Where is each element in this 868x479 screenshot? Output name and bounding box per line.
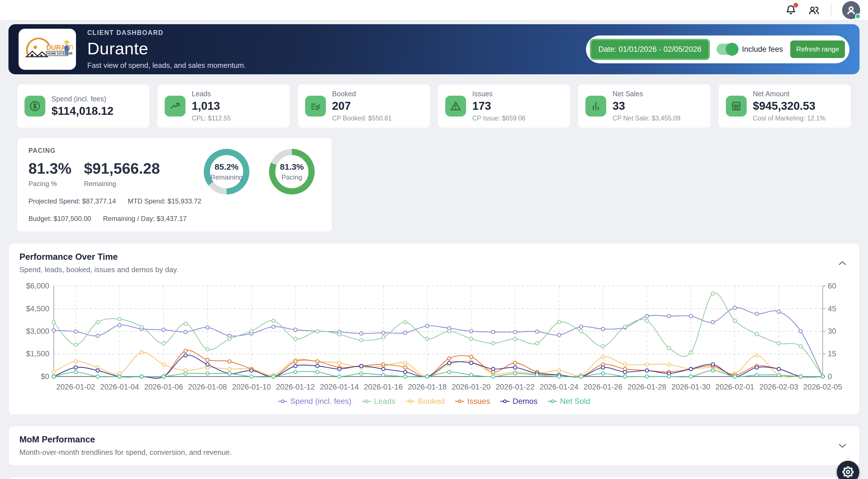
kpi-subtext: Cost of Marketing: 12.1% — [753, 115, 826, 122]
kpi-subtext: CP Net Sale: $3,455.09 — [613, 115, 680, 122]
online-status-dot — [855, 13, 861, 19]
svg-text:$4,500: $4,500 — [26, 305, 49, 313]
date-range-button[interactable]: Date: 01/01/2026 - 02/05/2026 — [590, 39, 709, 59]
kpi-label: Issues — [472, 90, 525, 98]
avatar[interactable] — [842, 1, 860, 19]
legend-item-booked[interactable]: Booked — [406, 397, 445, 406]
chevron-up-icon — [839, 261, 846, 265]
mtd-spend: MTD Spend: $15,933.72 — [128, 197, 202, 205]
alert-triangle-icon — [445, 96, 466, 117]
kpi-value: $945,320.53 — [753, 100, 826, 112]
svg-text:2026-01-14: 2026-01-14 — [320, 383, 359, 391]
legend-item-leads[interactable]: Leads — [362, 397, 396, 406]
users-button[interactable] — [808, 4, 820, 16]
svg-text:$0: $0 — [41, 372, 49, 381]
pacing-percent-label: Pacing % — [28, 180, 71, 188]
client-header: DURANTE HOME EXTERIORS CLIENT DASHBOARD … — [8, 24, 860, 74]
svg-text:2026-01-26: 2026-01-26 — [584, 383, 622, 391]
donut-pacing: 81.3%Pacing — [267, 147, 317, 196]
performance-subtitle: Spend, leads, booked, issues and demos b… — [20, 265, 179, 274]
svg-text:2026-01-12: 2026-01-12 — [276, 383, 315, 391]
kpi-label: Spend (incl. fees) — [52, 95, 114, 103]
svg-text:HOME EXTERIORS: HOME EXTERIORS — [47, 52, 73, 55]
donut-remaining: 85.2%Remaining — [202, 147, 251, 196]
legend-label: Leads — [374, 397, 396, 406]
svg-text:2026-01-08: 2026-01-08 — [188, 383, 227, 391]
legend-item-spend-incl-fees[interactable]: Spend (incl. fees) — [278, 397, 351, 406]
svg-text:2026-01-02: 2026-01-02 — [56, 383, 95, 391]
legend-label: Net Sold — [560, 397, 590, 406]
notifications-button[interactable] — [785, 4, 797, 16]
trending-up-icon — [165, 96, 185, 117]
legend-marker-icon — [406, 399, 415, 404]
dashboard-subtitle: Fast view of spend, leads, and sales mom… — [87, 61, 246, 70]
pacing-card: PACING 81.3% Pacing % $91,566.28 Remaini… — [17, 138, 332, 232]
mom-subtitle: Month-over-month trendlines for spend, c… — [20, 448, 231, 457]
kpi-label: Booked — [332, 90, 392, 98]
svg-text:2026-01-22: 2026-01-22 — [496, 383, 534, 391]
kpi-card-spend-incl-fees: Spend (incl. fees)$114,018.12 — [17, 84, 150, 128]
users-icon — [808, 4, 820, 16]
legend-item-issues[interactable]: Issues — [455, 397, 490, 406]
svg-text:2026-01-10: 2026-01-10 — [232, 383, 271, 391]
donut-value: 81.3% — [280, 162, 304, 172]
donut-label: Remaining — [211, 173, 243, 181]
range-controls: Date: 01/01/2026 - 02/05/2026 Include fe… — [586, 35, 849, 63]
person-icon — [846, 5, 857, 15]
include-fees-label: Include fees — [742, 45, 783, 54]
kpi-value: 33 — [613, 100, 680, 112]
pacing-donuts: 85.2%Remaining81.3%Pacing — [202, 147, 320, 196]
topbar-divider — [831, 4, 831, 17]
svg-text:2026-02-01: 2026-02-01 — [715, 383, 754, 391]
dollar-circle-icon — [25, 96, 45, 117]
legend-label: Demos — [513, 397, 537, 406]
mom-title: MoM Performance — [20, 435, 231, 445]
performance-line-chart[interactable]: $00$1,50015$3,00030$4,50045$6,000602026-… — [20, 281, 848, 394]
bar-chart-icon — [585, 96, 606, 117]
pacing-section-label: PACING — [28, 147, 201, 155]
svg-text:$1,500: $1,500 — [26, 350, 49, 358]
legend-item-demos[interactable]: Demos — [500, 397, 537, 406]
mom-performance-card: MoM Performance Month-over-month trendli… — [8, 426, 860, 466]
kpi-value: 207 — [332, 100, 392, 112]
legend-label: Issues — [467, 397, 490, 406]
svg-text:2026-01-06: 2026-01-06 — [144, 383, 183, 391]
svg-text:15: 15 — [828, 350, 836, 358]
svg-text:2026-02-03: 2026-02-03 — [760, 383, 798, 391]
remaining-amount: $91,566.28 — [84, 160, 160, 177]
kpi-subtext: CP Issue: $659.06 — [472, 115, 525, 122]
legend-label: Spend (incl. fees) — [290, 397, 351, 406]
svg-text:2026-01-20: 2026-01-20 — [452, 383, 491, 391]
svg-text:2026-01-24: 2026-01-24 — [539, 383, 578, 391]
refresh-range-button[interactable]: Refresh range — [790, 40, 845, 58]
svg-text:30: 30 — [828, 327, 836, 336]
svg-text:2026-01-04: 2026-01-04 — [100, 383, 139, 391]
toggle-knob — [725, 43, 739, 56]
svg-text:2026-01-18: 2026-01-18 — [408, 383, 447, 391]
dod-performance-card: DoD Performance Daily performance window… — [8, 477, 860, 479]
collapse-performance-button[interactable] — [836, 257, 848, 269]
include-fees-toggle[interactable] — [717, 44, 738, 55]
expand-mom-button[interactable] — [836, 440, 848, 452]
durante-logo-image: DURANTE HOME EXTERIORS — [22, 32, 73, 67]
kpi-label: Net Sales — [613, 90, 680, 98]
kpi-card-net-amount: Net Amount$945,320.53Cost of Marketing: … — [718, 84, 851, 128]
svg-text:2026-01-30: 2026-01-30 — [672, 383, 710, 391]
kpi-subtext: CP Booked: $550.81 — [332, 115, 392, 122]
svg-text:0: 0 — [828, 372, 832, 381]
kpi-card-net-sales: Net Sales33CP Net Sale: $3,455.09 — [578, 84, 711, 128]
kpi-value: 173 — [472, 100, 525, 112]
top-bar — [0, 0, 868, 20]
notification-dot — [794, 3, 798, 8]
legend-marker-icon — [455, 399, 464, 404]
store-icon — [726, 96, 747, 117]
legend-marker-icon — [362, 399, 371, 404]
kpi-value: $114,018.12 — [52, 105, 114, 117]
legend-item-net-sold[interactable]: Net Sold — [548, 397, 590, 406]
kpi-card-issues: Issues173CP Issue: $659.06 — [438, 84, 570, 128]
kpi-card-booked: Booked207CP Booked: $550.81 — [298, 84, 430, 128]
performance-title: Performance Over Time — [20, 252, 179, 262]
chevron-down-icon — [839, 444, 846, 448]
gear-icon — [842, 466, 854, 478]
svg-text:2026-02-05: 2026-02-05 — [803, 383, 842, 391]
